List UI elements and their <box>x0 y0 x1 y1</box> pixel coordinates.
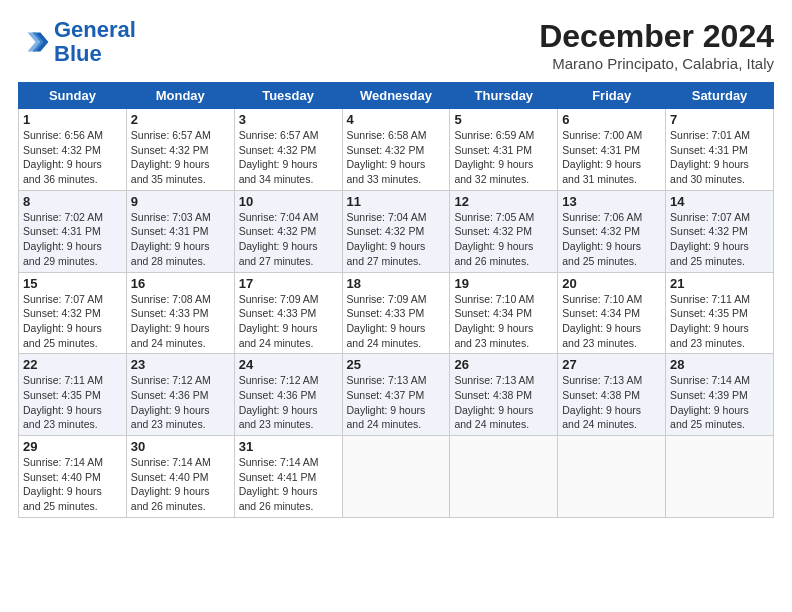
day-number: 8 <box>23 194 122 209</box>
month-title: December 2024 <box>539 18 774 55</box>
day-number: 3 <box>239 112 338 127</box>
table-row: 8Sunrise: 7:02 AMSunset: 4:31 PMDaylight… <box>19 190 127 272</box>
day-info: Sunrise: 6:59 AMSunset: 4:31 PMDaylight:… <box>454 129 534 185</box>
calendar-week-5: 29Sunrise: 7:14 AMSunset: 4:40 PMDayligh… <box>19 436 774 518</box>
day-number: 20 <box>562 276 661 291</box>
table-row: 21Sunrise: 7:11 AMSunset: 4:35 PMDayligh… <box>666 272 774 354</box>
title-block: December 2024 Marano Principato, Calabri… <box>539 18 774 72</box>
day-number: 1 <box>23 112 122 127</box>
table-row: 22Sunrise: 7:11 AMSunset: 4:35 PMDayligh… <box>19 354 127 436</box>
day-info: Sunrise: 7:07 AMSunset: 4:32 PMDaylight:… <box>23 293 103 349</box>
day-number: 14 <box>670 194 769 209</box>
day-info: Sunrise: 7:14 AMSunset: 4:39 PMDaylight:… <box>670 374 750 430</box>
calendar-dow-tuesday: Tuesday <box>234 83 342 109</box>
day-number: 10 <box>239 194 338 209</box>
day-info: Sunrise: 7:09 AMSunset: 4:33 PMDaylight:… <box>347 293 427 349</box>
table-row: 30Sunrise: 7:14 AMSunset: 4:40 PMDayligh… <box>126 436 234 518</box>
day-number: 2 <box>131 112 230 127</box>
day-number: 29 <box>23 439 122 454</box>
table-row: 20Sunrise: 7:10 AMSunset: 4:34 PMDayligh… <box>558 272 666 354</box>
calendar-dow-wednesday: Wednesday <box>342 83 450 109</box>
logo-text: General Blue <box>54 18 136 66</box>
calendar-week-1: 1Sunrise: 6:56 AMSunset: 4:32 PMDaylight… <box>19 109 774 191</box>
day-info: Sunrise: 6:58 AMSunset: 4:32 PMDaylight:… <box>347 129 427 185</box>
day-number: 23 <box>131 357 230 372</box>
day-info: Sunrise: 7:00 AMSunset: 4:31 PMDaylight:… <box>562 129 642 185</box>
day-info: Sunrise: 7:09 AMSunset: 4:33 PMDaylight:… <box>239 293 319 349</box>
logo-line1: General <box>54 17 136 42</box>
day-info: Sunrise: 7:02 AMSunset: 4:31 PMDaylight:… <box>23 211 103 267</box>
table-row: 19Sunrise: 7:10 AMSunset: 4:34 PMDayligh… <box>450 272 558 354</box>
day-number: 9 <box>131 194 230 209</box>
calendar-dow-saturday: Saturday <box>666 83 774 109</box>
table-row: 26Sunrise: 7:13 AMSunset: 4:38 PMDayligh… <box>450 354 558 436</box>
day-info: Sunrise: 7:13 AMSunset: 4:37 PMDaylight:… <box>347 374 427 430</box>
day-info: Sunrise: 7:14 AMSunset: 4:40 PMDaylight:… <box>131 456 211 512</box>
table-row: 28Sunrise: 7:14 AMSunset: 4:39 PMDayligh… <box>666 354 774 436</box>
day-info: Sunrise: 7:10 AMSunset: 4:34 PMDaylight:… <box>454 293 534 349</box>
table-row: 1Sunrise: 6:56 AMSunset: 4:32 PMDaylight… <box>19 109 127 191</box>
day-info: Sunrise: 7:14 AMSunset: 4:40 PMDaylight:… <box>23 456 103 512</box>
header: General Blue December 2024 Marano Princi… <box>18 18 774 72</box>
calendar-dow-monday: Monday <box>126 83 234 109</box>
table-row: 3Sunrise: 6:57 AMSunset: 4:32 PMDaylight… <box>234 109 342 191</box>
day-number: 22 <box>23 357 122 372</box>
day-number: 5 <box>454 112 553 127</box>
day-info: Sunrise: 7:14 AMSunset: 4:41 PMDaylight:… <box>239 456 319 512</box>
calendar-dow-friday: Friday <box>558 83 666 109</box>
table-row: 12Sunrise: 7:05 AMSunset: 4:32 PMDayligh… <box>450 190 558 272</box>
table-row: 7Sunrise: 7:01 AMSunset: 4:31 PMDaylight… <box>666 109 774 191</box>
calendar-week-4: 22Sunrise: 7:11 AMSunset: 4:35 PMDayligh… <box>19 354 774 436</box>
day-info: Sunrise: 7:05 AMSunset: 4:32 PMDaylight:… <box>454 211 534 267</box>
table-row <box>558 436 666 518</box>
day-info: Sunrise: 7:04 AMSunset: 4:32 PMDaylight:… <box>347 211 427 267</box>
day-info: Sunrise: 7:08 AMSunset: 4:33 PMDaylight:… <box>131 293 211 349</box>
day-number: 31 <box>239 439 338 454</box>
day-info: Sunrise: 7:12 AMSunset: 4:36 PMDaylight:… <box>239 374 319 430</box>
day-number: 13 <box>562 194 661 209</box>
logo-line2: Blue <box>54 41 102 66</box>
table-row: 18Sunrise: 7:09 AMSunset: 4:33 PMDayligh… <box>342 272 450 354</box>
calendar-header-row: SundayMondayTuesdayWednesdayThursdayFrid… <box>19 83 774 109</box>
day-info: Sunrise: 7:11 AMSunset: 4:35 PMDaylight:… <box>670 293 750 349</box>
day-number: 4 <box>347 112 446 127</box>
day-info: Sunrise: 7:04 AMSunset: 4:32 PMDaylight:… <box>239 211 319 267</box>
day-info: Sunrise: 7:06 AMSunset: 4:32 PMDaylight:… <box>562 211 642 267</box>
day-number: 25 <box>347 357 446 372</box>
day-number: 18 <box>347 276 446 291</box>
day-number: 24 <box>239 357 338 372</box>
logo: General Blue <box>18 18 136 66</box>
day-info: Sunrise: 7:10 AMSunset: 4:34 PMDaylight:… <box>562 293 642 349</box>
table-row: 25Sunrise: 7:13 AMSunset: 4:37 PMDayligh… <box>342 354 450 436</box>
table-row: 31Sunrise: 7:14 AMSunset: 4:41 PMDayligh… <box>234 436 342 518</box>
day-number: 16 <box>131 276 230 291</box>
day-number: 27 <box>562 357 661 372</box>
day-info: Sunrise: 7:11 AMSunset: 4:35 PMDaylight:… <box>23 374 103 430</box>
table-row: 10Sunrise: 7:04 AMSunset: 4:32 PMDayligh… <box>234 190 342 272</box>
table-row: 2Sunrise: 6:57 AMSunset: 4:32 PMDaylight… <box>126 109 234 191</box>
day-info: Sunrise: 7:01 AMSunset: 4:31 PMDaylight:… <box>670 129 750 185</box>
day-number: 7 <box>670 112 769 127</box>
table-row: 24Sunrise: 7:12 AMSunset: 4:36 PMDayligh… <box>234 354 342 436</box>
table-row: 13Sunrise: 7:06 AMSunset: 4:32 PMDayligh… <box>558 190 666 272</box>
table-row: 6Sunrise: 7:00 AMSunset: 4:31 PMDaylight… <box>558 109 666 191</box>
table-row <box>342 436 450 518</box>
table-row: 29Sunrise: 7:14 AMSunset: 4:40 PMDayligh… <box>19 436 127 518</box>
day-number: 15 <box>23 276 122 291</box>
day-info: Sunrise: 7:13 AMSunset: 4:38 PMDaylight:… <box>562 374 642 430</box>
table-row: 5Sunrise: 6:59 AMSunset: 4:31 PMDaylight… <box>450 109 558 191</box>
location: Marano Principato, Calabria, Italy <box>539 55 774 72</box>
day-info: Sunrise: 7:07 AMSunset: 4:32 PMDaylight:… <box>670 211 750 267</box>
calendar: SundayMondayTuesdayWednesdayThursdayFrid… <box>18 82 774 518</box>
day-number: 21 <box>670 276 769 291</box>
table-row <box>450 436 558 518</box>
day-number: 28 <box>670 357 769 372</box>
logo-icon <box>18 26 50 58</box>
table-row: 17Sunrise: 7:09 AMSunset: 4:33 PMDayligh… <box>234 272 342 354</box>
day-info: Sunrise: 6:57 AMSunset: 4:32 PMDaylight:… <box>239 129 319 185</box>
calendar-week-3: 15Sunrise: 7:07 AMSunset: 4:32 PMDayligh… <box>19 272 774 354</box>
day-info: Sunrise: 7:03 AMSunset: 4:31 PMDaylight:… <box>131 211 211 267</box>
day-number: 11 <box>347 194 446 209</box>
day-info: Sunrise: 7:13 AMSunset: 4:38 PMDaylight:… <box>454 374 534 430</box>
table-row: 27Sunrise: 7:13 AMSunset: 4:38 PMDayligh… <box>558 354 666 436</box>
